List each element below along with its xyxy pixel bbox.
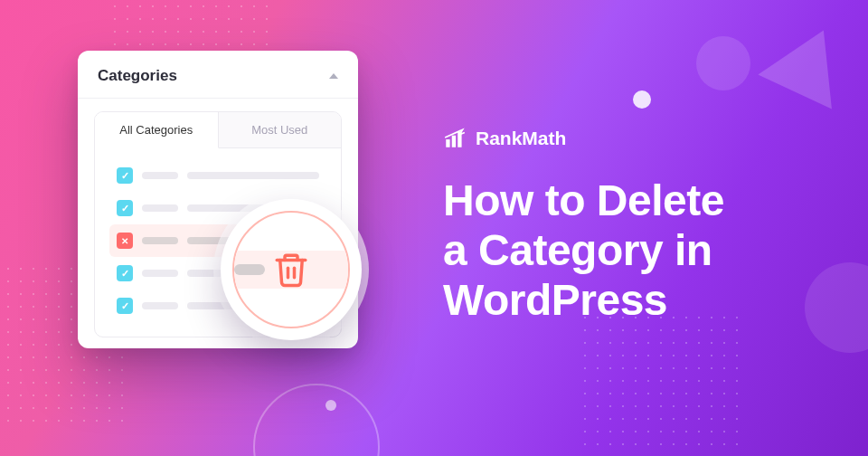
zoom-lens bbox=[221, 199, 362, 340]
checkbox-delete-icon[interactable] bbox=[117, 233, 133, 249]
placeholder-bar bbox=[234, 264, 265, 275]
tab-all-categories[interactable]: All Categories bbox=[95, 112, 219, 148]
svg-rect-1 bbox=[452, 136, 456, 147]
panel-title: Categories bbox=[98, 67, 177, 85]
rankmath-logo-icon bbox=[443, 127, 467, 150]
placeholder-bar bbox=[142, 237, 178, 244]
decorative-circle bbox=[805, 262, 868, 353]
placeholder-bar bbox=[187, 172, 319, 179]
decorative-circle bbox=[696, 36, 750, 90]
decorative-circle bbox=[253, 384, 380, 456]
panel-header[interactable]: Categories bbox=[78, 51, 358, 99]
placeholder-bar bbox=[142, 172, 178, 179]
checkbox-checked-icon[interactable] bbox=[117, 200, 133, 216]
tab-bar: All Categories Most Used bbox=[95, 112, 341, 148]
placeholder-bar bbox=[142, 302, 178, 309]
headline-line: WordPress bbox=[443, 275, 724, 325]
placeholder-bar bbox=[142, 204, 178, 212]
headline-line: How to Delete bbox=[443, 176, 724, 225]
tab-most-used[interactable]: Most Used bbox=[219, 112, 342, 148]
checkbox-checked-icon[interactable] bbox=[117, 265, 133, 281]
headline-line: a Category in bbox=[443, 225, 724, 275]
trash-icon bbox=[272, 251, 310, 289]
caret-up-icon bbox=[329, 73, 338, 79]
svg-rect-0 bbox=[446, 139, 449, 147]
list-item[interactable] bbox=[109, 159, 326, 192]
checkbox-checked-icon[interactable] bbox=[117, 167, 133, 184]
decorative-circle bbox=[633, 90, 651, 109]
decorative-dots bbox=[579, 311, 741, 456]
zoom-inner bbox=[232, 211, 350, 328]
checkbox-checked-icon[interactable] bbox=[117, 298, 133, 314]
content-right: RankMath How to Delete a Category in Wor… bbox=[443, 127, 724, 326]
placeholder-bar bbox=[142, 270, 178, 277]
brand: RankMath bbox=[443, 127, 724, 150]
headline: How to Delete a Category in WordPress bbox=[443, 176, 724, 326]
brand-name: RankMath bbox=[476, 128, 566, 149]
decorative-arrow bbox=[758, 13, 860, 109]
decorative-circle bbox=[326, 400, 336, 411]
